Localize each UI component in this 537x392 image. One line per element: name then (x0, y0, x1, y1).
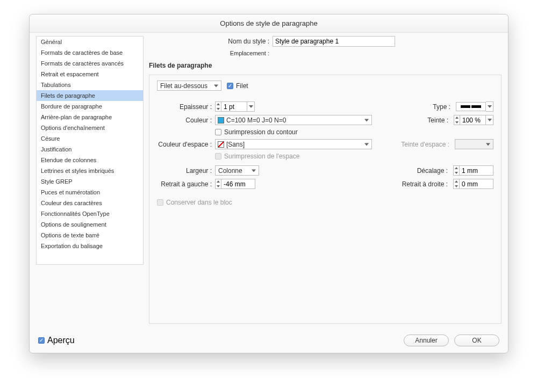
retrait-droite-spinner[interactable] (453, 179, 460, 189)
sidebar-item[interactable]: Justification (37, 144, 143, 155)
filet-label: Filet (236, 82, 248, 90)
sidebar-item[interactable]: Fonctionnalités OpenType (37, 208, 143, 219)
retrait-gauche-label: Retrait à gauche : (157, 180, 215, 188)
largeur-select[interactable]: Colonne (215, 165, 259, 176)
sidebar-item[interactable]: Options de texte barré (37, 230, 143, 241)
retrait-droite-input[interactable] (460, 179, 493, 189)
location-label: Emplacement : (223, 50, 273, 56)
sidebar-item[interactable]: Style GREP (37, 176, 143, 187)
sidebar-item[interactable]: Arrière-plan de paragraphe (37, 112, 143, 122)
surimpression-espace-checkbox (215, 153, 221, 159)
epaisseur-dropdown[interactable] (247, 101, 255, 112)
decalage-input[interactable] (460, 165, 493, 176)
dialog-content: GénéralFormats de caractères de baseForm… (30, 33, 508, 328)
sidebar-item[interactable]: Lettrines et styles imbriqués (37, 165, 143, 176)
teinte-input[interactable] (460, 115, 486, 125)
section-title: Filets de paragraphe (149, 62, 502, 69)
teinte-espace-label: Teinte d'espace : (401, 141, 453, 148)
filet-checkbox[interactable] (227, 83, 233, 89)
retrait-gauche-spinner[interactable] (215, 179, 221, 189)
sidebar-item[interactable]: Etendue de colonnes (37, 155, 143, 165)
apercu-checkbox[interactable] (38, 337, 45, 344)
ok-button[interactable]: OK (454, 335, 499, 346)
swatch-none-icon (218, 141, 224, 148)
sidebar-item[interactable]: Général (37, 37, 143, 47)
sidebar-item[interactable]: Retrait et espacement (37, 69, 143, 79)
sidebar-item[interactable]: Formats de caractères avancés (37, 58, 143, 69)
apercu-label: Aperçu (47, 336, 75, 345)
sidebar-item[interactable]: Césure (37, 133, 143, 144)
sidebar-item[interactable]: Options de soulignement (37, 219, 143, 230)
type-label: Type : (433, 103, 454, 111)
sidebar-item[interactable]: Exportation du balisage (37, 241, 143, 251)
epaisseur-label: Epaisseur : (157, 103, 215, 111)
sidebar-item[interactable]: Bordure de paragraphe (37, 101, 143, 112)
teinte-spinner[interactable] (454, 115, 460, 125)
teinte-espace-select (455, 139, 493, 149)
sidebar-item[interactable]: Options d'enchaînement (37, 122, 143, 133)
sidebar: GénéralFormats de caractères de baseForm… (36, 36, 144, 265)
surimpression-contour-checkbox[interactable] (215, 129, 221, 135)
cancel-button[interactable]: Annuler (404, 335, 449, 346)
teinte-dropdown[interactable] (486, 115, 493, 125)
sidebar-item[interactable]: Puces et numérotation (37, 187, 143, 198)
sidebar-item[interactable]: Formats de caractères de base (37, 47, 143, 58)
couleur-espace-select[interactable]: [Sans] (215, 139, 372, 149)
paragraph-style-dialog: Options de style de paragraphe GénéralFo… (29, 14, 509, 353)
conserver-checkbox (157, 199, 163, 206)
surimpression-espace-label: Surimpression de l'espace (224, 153, 299, 160)
sidebar-item[interactable]: Filets de paragraphe (37, 90, 143, 101)
type-swatch[interactable] (456, 102, 486, 111)
couleur-espace-label: Couleur d'espace : (157, 141, 215, 148)
surimpression-contour-label: Surimpression du contour (224, 128, 298, 136)
style-name-label: Nom du style : (223, 38, 273, 45)
teinte-label: Teinte : (427, 117, 452, 124)
decalage-label: Décalage : (417, 167, 451, 175)
swatch-cyan-icon (218, 117, 224, 124)
style-name-input[interactable] (273, 36, 395, 47)
section-box: Filet au-dessous Filet Epaisseur : Type … (149, 75, 502, 324)
largeur-label: Largeur : (157, 167, 215, 175)
sidebar-item[interactable]: Couleur des caractères (37, 198, 143, 208)
couleur-label: Couleur : (157, 117, 215, 124)
dialog-title: Options de style de paragraphe (30, 14, 508, 33)
epaisseur-input[interactable] (221, 101, 247, 112)
conserver-label: Conserver dans le bloc (166, 199, 232, 206)
dialog-footer: Aperçu Annuler OK (30, 328, 508, 353)
type-dropdown[interactable] (486, 101, 493, 112)
rule-position-select[interactable]: Filet au-dessous (157, 81, 221, 91)
retrait-droite-label: Retrait à droite : (402, 180, 451, 188)
retrait-gauche-input[interactable] (221, 179, 255, 189)
sidebar-item[interactable]: Tabulations (37, 79, 143, 90)
couleur-select[interactable]: C=100 M=0 J=0 N=0 (215, 115, 372, 125)
epaisseur-spinner[interactable] (215, 101, 221, 112)
main-panel: Nom du style : Emplacement : Filets de p… (149, 36, 502, 324)
decalage-spinner[interactable] (453, 165, 460, 176)
